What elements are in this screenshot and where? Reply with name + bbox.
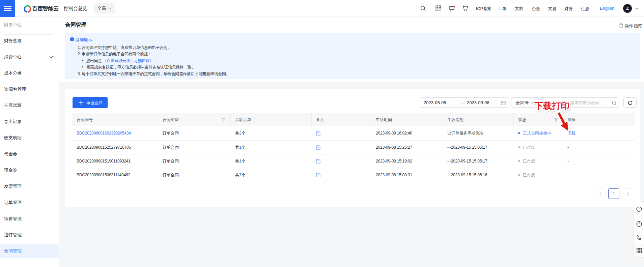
svg-text:?: ? <box>638 222 640 226</box>
svg-text:?: ? <box>620 24 622 27</box>
